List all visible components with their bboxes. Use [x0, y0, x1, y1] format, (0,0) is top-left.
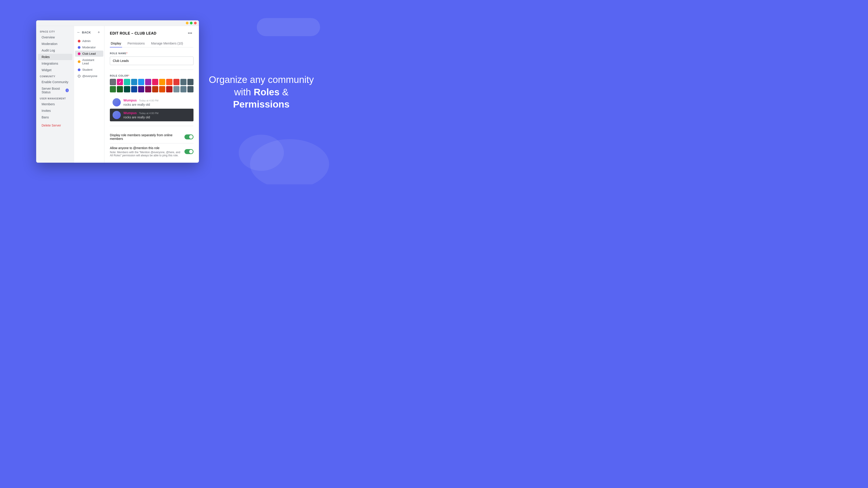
sidebar-item-roles[interactable]: Roles: [38, 54, 72, 60]
tab-display[interactable]: Display: [110, 40, 122, 47]
role-color-dot-admin: [78, 40, 81, 42]
preview-username-highlighted: Wumpus: [123, 111, 137, 115]
color-swatch-light-blue-grey[interactable]: [174, 86, 180, 92]
toggle-mention-note: Note: Members with the "Mention @everyon…: [110, 151, 181, 157]
hero-line2-middle: &: [280, 87, 289, 97]
color-swatch-dark-red[interactable]: [166, 86, 172, 92]
edit-role-header: EDIT ROLE – CLUB LEAD •••: [110, 31, 193, 36]
edit-role-title: EDIT ROLE – CLUB LEAD: [110, 31, 156, 35]
color-swatch-red[interactable]: [174, 79, 180, 85]
color-swatch-teal[interactable]: [124, 79, 130, 85]
role-color-section: ROLE COLOR*: [110, 74, 193, 92]
avatar-image: [113, 98, 121, 106]
server-boost-badge: 1: [66, 89, 69, 92]
role-item-everyone[interactable]: @everyone: [75, 73, 103, 79]
sidebar-item-enable-community[interactable]: Enable Community: [38, 79, 72, 85]
toggle-display-separately: Display role members separately from onl…: [110, 131, 193, 143]
color-swatch-dark-teal[interactable]: [124, 86, 130, 92]
sidebar-item-audit-log[interactable]: Audit Log: [38, 47, 72, 54]
role-item-assistant-lead[interactable]: Assistant Lead: [75, 57, 103, 66]
edit-role-panel: ✕ ESC EDIT ROLE – CLUB LEAD ••• Display …: [104, 26, 199, 163]
color-swatch-dark-green[interactable]: [110, 86, 116, 92]
color-swatch-medium-blue-grey[interactable]: [180, 86, 186, 92]
add-role-button[interactable]: +: [96, 30, 101, 35]
role-label-assistant-lead: Assistant Lead: [82, 58, 101, 65]
toggle-allow-mention-content: Allow anyone to @mention this role Note:…: [110, 146, 181, 157]
color-swatch-blue[interactable]: [138, 79, 144, 85]
tab-manage-members[interactable]: Manage Members (10): [150, 40, 184, 47]
hero-section: Organize any community with Roles & Perm…: [193, 0, 329, 184]
sidebar-item-server-boost[interactable]: Server Boost Status 1: [38, 86, 72, 95]
members-label: Members: [41, 102, 55, 106]
role-name-input[interactable]: [110, 57, 193, 65]
sidebar-item-integrations[interactable]: Integrations: [38, 60, 72, 67]
minimize-button[interactable]: [186, 22, 188, 24]
main-panel: ← BACK + Admin Moderator Club Lead: [74, 26, 199, 163]
color-swatch-default[interactable]: [110, 79, 116, 85]
invites-label: Invites: [41, 109, 51, 112]
roles-list-header: ← BACK +: [74, 30, 104, 38]
role-item-admin[interactable]: Admin: [75, 38, 103, 44]
color-swatch-dark-grey[interactable]: [187, 79, 193, 85]
color-swatch-orange[interactable]: [159, 79, 165, 85]
hero-line1: Organize any community: [207, 74, 315, 86]
roles-list-panel: ← BACK + Admin Moderator Club Lead: [74, 26, 104, 163]
color-swatch-dark-orange[interactable]: [159, 86, 165, 92]
window-controls: [186, 22, 197, 24]
title-bar: [36, 20, 199, 26]
server-name-header: SPACE CITY: [36, 29, 74, 34]
allow-mention-toggle[interactable]: [184, 149, 193, 154]
preview-message-normal: Wumpus Today at 4:00 PM rocks are really…: [110, 96, 193, 109]
sidebar-item-members[interactable]: Members: [38, 101, 72, 107]
back-label: BACK: [82, 31, 91, 34]
color-swatch-cyan[interactable]: [131, 79, 137, 85]
color-swatch-forest-green[interactable]: [117, 86, 123, 92]
roles-label: Roles: [41, 55, 50, 59]
role-label-admin: Admin: [82, 39, 91, 43]
window-content: SPACE CITY Overview Moderation Audit Log…: [36, 26, 199, 163]
maximize-button[interactable]: [190, 22, 193, 24]
sidebar-item-invites[interactable]: Invites: [38, 107, 72, 114]
color-swatch-deep-orange[interactable]: [166, 79, 172, 85]
color-swatch-dark-blue[interactable]: [131, 86, 137, 92]
role-name-field: ROLE NAME*: [110, 52, 193, 65]
server-boost-label: Server Boost Status: [41, 87, 66, 94]
display-separately-toggle[interactable]: [184, 134, 193, 139]
color-swatch-dark-grey-2[interactable]: [187, 86, 193, 92]
preview-message-highlighted: Wumpus Today at 4:00 PM rocks are really…: [110, 109, 193, 121]
preview-timestamp-normal: Today at 4:00 PM: [139, 99, 158, 102]
role-item-club-lead[interactable]: Club Lead: [75, 51, 103, 57]
tab-display-label: Display: [111, 41, 121, 45]
color-swatch-dark-purple[interactable]: [138, 86, 144, 92]
user-management-section-header: USER MANAGEMENT: [36, 96, 74, 101]
hero-line2: with Roles & Permissions: [207, 86, 315, 111]
color-swatch-dark-deep-orange[interactable]: [152, 86, 158, 92]
color-swatch-dark-pink[interactable]: [145, 86, 151, 92]
role-item-moderator[interactable]: Moderator: [75, 44, 103, 51]
back-button[interactable]: ← BACK: [77, 30, 91, 34]
role-item-student[interactable]: Student: [75, 67, 103, 73]
toggle-allow-mention: Allow anyone to @mention this role Note:…: [110, 143, 193, 160]
tab-permissions-label: Permissions: [127, 41, 145, 45]
tab-permissions[interactable]: Permissions: [127, 40, 146, 47]
sidebar-item-overview[interactable]: Overview: [38, 34, 72, 40]
sidebar-item-moderation[interactable]: Moderation: [38, 41, 72, 47]
toggle-display-separately-content: Display role members separately from onl…: [110, 133, 184, 140]
role-label-club-lead: Club Lead: [82, 52, 96, 55]
preview-text-normal: rocks are really old: [123, 103, 158, 106]
color-swatch-magenta[interactable]: [152, 79, 158, 85]
hero-bold-roles: Roles: [254, 87, 279, 97]
color-swatch-blue-grey[interactable]: [180, 79, 186, 85]
role-color-dot-club-lead: [78, 53, 81, 55]
bans-label: Bans: [41, 116, 49, 119]
sidebar-item-delete-server[interactable]: Delete Server: [38, 122, 72, 129]
color-swatch-purple[interactable]: [145, 79, 151, 85]
color-swatch-pink[interactable]: [117, 79, 123, 85]
sidebar-item-bans[interactable]: Bans: [38, 114, 72, 121]
role-label-everyone: @everyone: [82, 74, 97, 78]
close-button[interactable]: [194, 22, 197, 24]
more-options-button[interactable]: •••: [186, 31, 193, 36]
preview-avatar-highlighted: [113, 111, 121, 119]
avatar-image-highlighted: [113, 111, 121, 119]
sidebar-item-widget[interactable]: Widget: [38, 67, 72, 73]
